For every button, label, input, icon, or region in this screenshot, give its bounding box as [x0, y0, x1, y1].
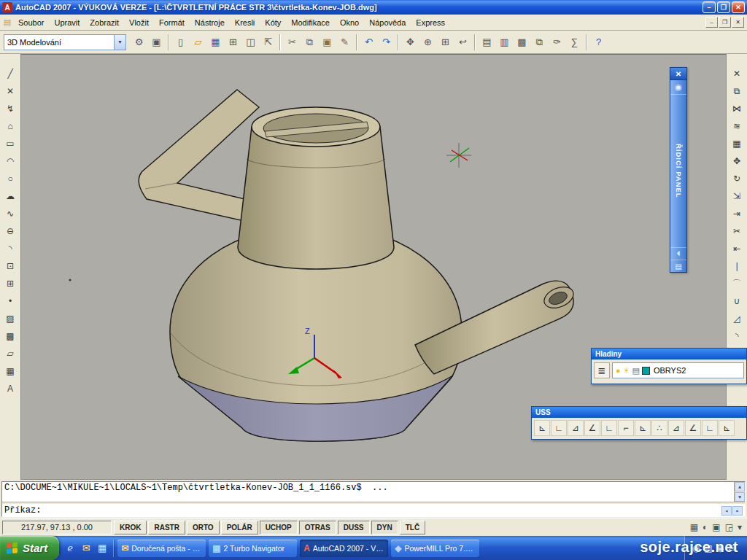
uss-x-icon[interactable]: ⊿ [668, 420, 684, 436]
scale-icon[interactable]: ⇲ [729, 188, 745, 204]
command-prompt-row[interactable]: Příkaz: ◂ ▸ [2, 505, 745, 516]
status-toggle-orto[interactable]: ORTO [187, 521, 220, 534]
paste-icon[interactable]: ▣ [319, 34, 336, 50]
task-button-4[interactable]: ◆PowerMILL Pro 7.0 ... [391, 540, 479, 557]
command-window[interactable]: C:\DOCUME~1\MIKULE~1\LOCALS~1\Temp\čtvrt… [1, 481, 746, 517]
ellipse-arc-icon[interactable]: ◝ [2, 241, 18, 257]
command-scrollbar[interactable]: ▲ ▼ [734, 482, 745, 502]
status-toolbar-lock-icon[interactable]: ▣ [712, 522, 720, 532]
uss-z-axis-icon[interactable]: ⊾ [635, 420, 651, 436]
layer-color-swatch[interactable] [642, 367, 650, 375]
status-toggle-otras[interactable]: OTRAS [299, 521, 336, 534]
zoom-realtime-icon[interactable]: ⊕ [419, 34, 436, 50]
tool-palettes-icon[interactable]: ▩ [514, 34, 530, 50]
construction-line-icon[interactable]: ✕ [2, 83, 18, 99]
uss-y-icon[interactable]: ∠ [685, 420, 701, 436]
move-icon[interactable]: ✥ [729, 153, 745, 169]
sheet-set-manager-icon[interactable]: ⧉ [531, 34, 548, 50]
plot-preview-icon[interactable]: ◫ [242, 34, 259, 50]
break-icon[interactable]: ⌒ [729, 276, 745, 292]
copy-object-icon[interactable]: ⧉ [729, 83, 745, 99]
circle-icon[interactable]: ○ [2, 171, 18, 187]
uss-face-icon[interactable]: ⊿ [568, 420, 584, 436]
scroll-up-icon[interactable]: ▲ [735, 482, 745, 491]
menu-item-6[interactable]: Nástroje [190, 17, 230, 28]
control-panel-icon[interactable]: ◉ [670, 80, 686, 95]
workspace-lock-icon[interactable]: ▣ [148, 34, 165, 50]
status-toggle-uchop[interactable]: UCHOP [260, 521, 298, 534]
make-block-icon[interactable]: ⊞ [2, 276, 18, 292]
mdi-close-button[interactable]: ✕ [732, 17, 744, 28]
point-icon[interactable]: • [2, 293, 18, 309]
status-toggle-duss[interactable]: DUSS [338, 521, 370, 534]
workspace-settings-icon[interactable]: ⚙ [131, 34, 147, 50]
line-icon[interactable]: ╱ [2, 66, 18, 82]
uss-origin-icon[interactable]: ⌐ [618, 420, 634, 436]
uss-3point-icon[interactable]: ∴ [651, 420, 667, 436]
task-button-1[interactable]: ✉Doručená pošta - Mi... [117, 540, 206, 557]
menu-item-3[interactable]: Zobrazit [85, 17, 124, 28]
table-icon[interactable]: ▦ [2, 363, 18, 379]
join-icon[interactable]: ∪ [729, 293, 745, 309]
scroll-down-icon[interactable]: ▼ [735, 492, 745, 502]
gradient-icon[interactable]: ▩ [2, 328, 18, 344]
control-panel-title[interactable]: ŘÍDICÍ PANEL [670, 95, 686, 247]
status-toggle-dyn[interactable]: DYN [371, 521, 398, 534]
fillet-icon[interactable]: ◝ [729, 328, 745, 344]
task-button-2[interactable]: ▦2 Turbo Navigator [209, 540, 297, 557]
control-panel-collapse-icon[interactable]: ⏴ [670, 247, 686, 260]
layer-properties-icon[interactable]: ≣ [594, 362, 610, 378]
layer-thaw-icon[interactable]: ☀ [623, 366, 630, 376]
mdi-restore-button[interactable]: ❐ [719, 17, 731, 28]
designcenter-icon[interactable]: ▥ [496, 34, 513, 50]
layer-plot-icon[interactable]: ▤ [632, 366, 640, 376]
status-annotation-icon[interactable]: ◐ [703, 522, 708, 532]
undo-icon[interactable]: ↶ [360, 34, 377, 50]
polyline-icon[interactable]: ↯ [2, 101, 18, 117]
close-button[interactable]: ✕ [732, 1, 745, 13]
uss-palette-titlebar[interactable]: USS [532, 407, 746, 418]
uss-previous-icon[interactable]: ∟ [551, 420, 567, 436]
arc-icon[interactable]: ◠ [2, 153, 18, 169]
rotate-icon[interactable]: ↻ [729, 171, 745, 187]
status-toggle-rastr[interactable]: RASTR [148, 521, 185, 534]
rectangle-icon[interactable]: ▭ [2, 136, 18, 152]
menu-item-4[interactable]: Vložit [124, 17, 154, 28]
properties-icon[interactable]: ▤ [479, 34, 495, 50]
chamfer-icon[interactable]: ◿ [729, 311, 745, 327]
ellipse-icon[interactable]: ⊖ [2, 223, 18, 239]
copy-icon[interactable]: ⧉ [301, 34, 318, 50]
status-cleanscreen-icon[interactable]: ◲ [725, 522, 733, 532]
start-button[interactable]: Start [0, 536, 59, 560]
status-toggle-polár[interactable]: POLÁR [221, 521, 258, 534]
layer-control[interactable]: ●☀▤ OBRYS2 [612, 362, 744, 378]
uss-object-icon[interactable]: ∠ [584, 420, 600, 436]
control-panel-close-icon[interactable]: ✕ [670, 68, 686, 80]
restore-button[interactable]: ❐ [717, 1, 730, 13]
match-properties-icon[interactable]: ✎ [336, 34, 353, 50]
cut-icon[interactable]: ✂ [284, 34, 301, 50]
insert-block-icon[interactable]: ⊡ [2, 258, 18, 274]
region-icon[interactable]: ▱ [2, 346, 18, 362]
offset-icon[interactable]: ≋ [729, 118, 745, 134]
mirror-icon[interactable]: ⋈ [729, 101, 745, 117]
uss-view-icon[interactable]: ∟ [601, 420, 617, 436]
menu-item-11[interactable]: Nápověda [364, 17, 411, 28]
quicklaunch-browser-icon[interactable]: ℯ [63, 542, 77, 555]
menu-item-12[interactable]: Express [411, 17, 450, 28]
menu-item-2[interactable]: Upravit [49, 17, 85, 28]
array-icon[interactable]: ▦ [729, 136, 745, 152]
zoom-previous-icon[interactable]: ↩ [454, 34, 471, 50]
uss-z-icon[interactable]: ∟ [702, 420, 718, 436]
pan-icon[interactable]: ✥ [402, 34, 419, 50]
uss-named-icon[interactable]: ⊾ [719, 420, 735, 436]
menu-item-1[interactable]: Soubor [13, 17, 49, 28]
open-icon[interactable]: ▱ [190, 34, 206, 50]
status-model-icon[interactable]: ▦ [690, 522, 698, 532]
layer-on-icon[interactable]: ● [616, 366, 621, 375]
menu-item-9[interactable]: Modifikace [286, 17, 335, 28]
control-panel-settings-icon[interactable]: ▤ [670, 260, 686, 272]
trim-icon[interactable]: ✂ [729, 223, 745, 239]
spline-icon[interactable]: ∿ [2, 206, 18, 222]
polygon-icon[interactable]: ⌂ [2, 118, 18, 134]
